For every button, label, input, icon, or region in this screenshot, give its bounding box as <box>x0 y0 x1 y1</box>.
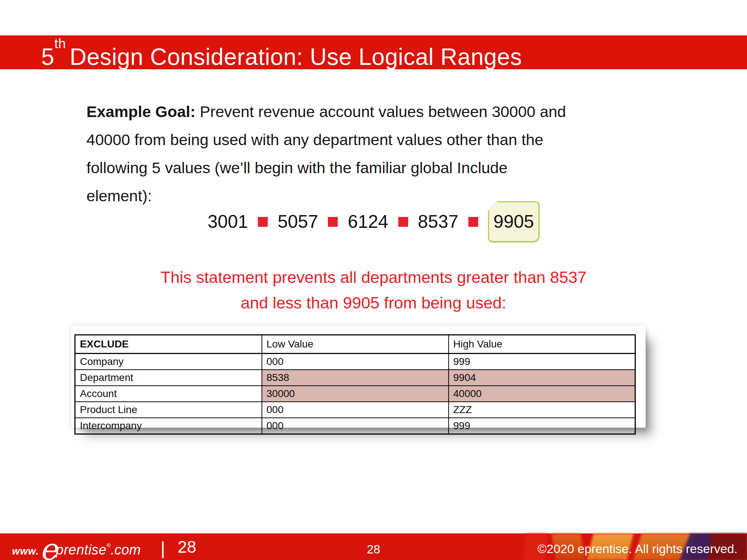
title-number: 5 <box>41 44 54 70</box>
low-value-cell-highlighted: 8538 <box>262 370 449 386</box>
column-header-exclude: EXCLUDE <box>75 335 262 354</box>
red-square-bullet-icon <box>398 217 408 227</box>
include-values-row: 3001 5057 6124 8537 9905 <box>0 201 747 242</box>
table-row-intercompany: Intercompany 000 999 <box>75 418 635 434</box>
segment-label: Account <box>75 386 262 402</box>
copyright-text: ©2020 eprentise. All rights reserved. <box>537 542 738 556</box>
red-square-bullet-icon <box>328 217 338 227</box>
column-header-low-value: Low Value <box>262 335 449 354</box>
segment-label: Product Line <box>75 402 262 418</box>
presentation-slide: 5thDesign Consideration: Use Logical Ran… <box>0 0 747 560</box>
table-row-department: Department 8538 9904 <box>75 370 635 386</box>
statement-line-2: and less than 9905 from being used: <box>0 290 747 316</box>
segment-label: Intercompany <box>75 418 262 434</box>
include-value: 8537 <box>418 211 458 232</box>
include-value: 5057 <box>278 211 318 232</box>
segment-label: Department <box>75 370 262 386</box>
exclude-table: EXCLUDE Low Value High Value Company 000… <box>74 334 636 435</box>
high-value-cell: 999 <box>449 418 635 434</box>
high-value-cell: 999 <box>449 354 635 370</box>
page-title: 5thDesign Consideration: Use Logical Ran… <box>0 35 747 74</box>
low-value-cell-highlighted: 30000 <box>262 386 449 402</box>
table-row-company: Company 000 999 <box>75 354 635 370</box>
low-value-cell: 000 <box>262 418 449 434</box>
include-value: 6124 <box>348 211 388 232</box>
footer-bar: www. e prentise ® .com | 28 28 ©2020 epr… <box>0 533 747 560</box>
include-value: 3001 <box>208 211 248 232</box>
statement-line-1: This statement prevents all departments … <box>0 265 747 290</box>
low-value-cell: 000 <box>262 354 449 370</box>
high-value-cell-highlighted: 9904 <box>449 370 635 386</box>
table-header-row: EXCLUDE Low Value High Value <box>75 335 635 354</box>
high-value-cell-highlighted: 40000 <box>449 386 635 402</box>
column-header-high-value: High Value <box>449 335 635 354</box>
high-value-cell: ZZZ <box>449 402 635 418</box>
low-value-cell: 000 <box>262 402 449 418</box>
highlight-note-box: 9905 <box>488 201 539 242</box>
table-row-product-line: Product Line 000 ZZZ <box>75 402 635 418</box>
title-ordinal: th <box>54 36 66 51</box>
example-goal-label: Example Goal: <box>86 103 196 120</box>
red-square-bullet-icon <box>258 217 268 227</box>
exclude-table-card: EXCLUDE Low Value High Value Company 000… <box>71 326 646 428</box>
segment-label: Company <box>75 354 262 370</box>
title-text: Design Consideration: Use Logical Ranges <box>70 44 522 70</box>
red-square-bullet-icon <box>468 217 478 227</box>
title-banner: 5thDesign Consideration: Use Logical Ran… <box>0 35 747 69</box>
statement-text: This statement prevents all departments … <box>0 265 747 316</box>
include-value-highlighted: 9905 <box>494 211 534 232</box>
example-goal-paragraph: Example Goal: Prevent revenue account va… <box>86 98 568 210</box>
table-row-account: Account 30000 40000 <box>75 386 635 402</box>
